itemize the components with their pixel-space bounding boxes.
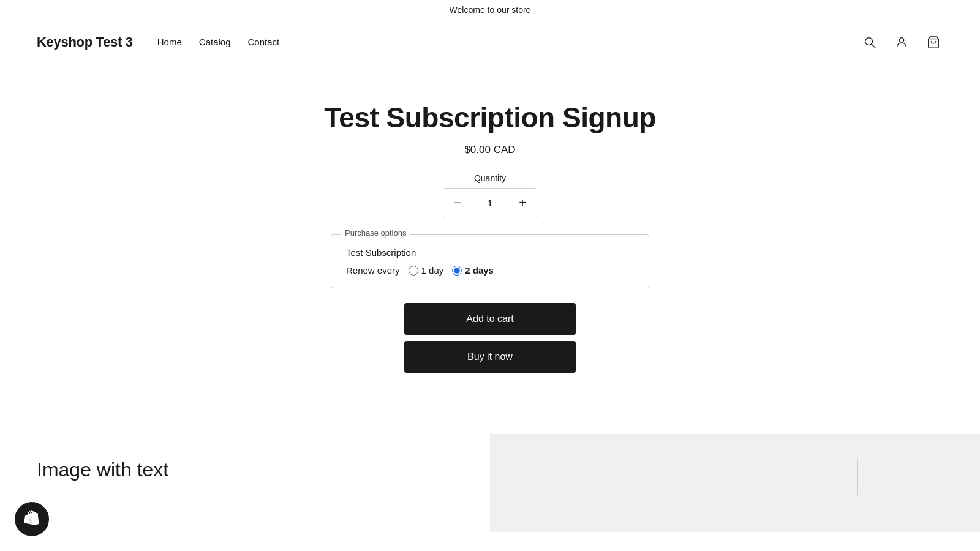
nav-contact[interactable]: Contact — [248, 37, 280, 47]
subscription-name: Test Subscription — [346, 247, 634, 258]
svg-line-1 — [872, 44, 875, 48]
header: Keyshop Test 3 Home Catalog Contact — [0, 20, 980, 64]
renew-option-2days[interactable]: 2 days — [452, 265, 494, 276]
svg-point-2 — [899, 37, 903, 42]
product-title: Test Subscription Signup — [324, 101, 656, 134]
bottom-section: Image with text — [0, 434, 980, 532]
shopify-icon — [23, 510, 41, 528]
bottom-right-panel — [490, 434, 980, 532]
bottom-right-placeholder-box — [858, 459, 943, 495]
product-price: $0.00 CAD — [464, 144, 515, 156]
main-content: Test Subscription Signup $0.00 CAD Quant… — [0, 64, 980, 397]
nav-home[interactable]: Home — [157, 37, 182, 47]
bottom-left-panel: Image with text — [0, 434, 490, 532]
store-name: Keyshop Test 3 — [37, 34, 133, 50]
account-icon[interactable] — [892, 32, 911, 52]
main-nav: Home Catalog Contact — [157, 37, 279, 47]
announcement-bar: Welcome to our store — [0, 0, 980, 20]
shopify-badge[interactable] — [15, 502, 49, 536]
quantity-label: Quantity — [474, 173, 506, 183]
renew-2days-label[interactable]: 2 days — [465, 265, 494, 276]
purchase-options-legend: Purchase options — [341, 228, 410, 238]
quantity-increase-button[interactable]: + — [508, 189, 537, 217]
renew-option-1day[interactable]: 1 day — [409, 265, 444, 276]
action-buttons: Add to cart Buy it now — [404, 303, 576, 373]
image-with-text-title: Image with text — [37, 459, 453, 481]
cart-icon[interactable] — [924, 32, 943, 52]
renew-label: Renew every — [346, 265, 400, 276]
quantity-decrease-button[interactable]: − — [443, 189, 472, 217]
nav-catalog[interactable]: Catalog — [199, 37, 231, 47]
quantity-input[interactable] — [472, 189, 508, 217]
renew-1day-label[interactable]: 1 day — [421, 265, 444, 276]
search-icon[interactable] — [860, 32, 880, 52]
header-left: Keyshop Test 3 Home Catalog Contact — [37, 34, 279, 50]
svg-point-0 — [865, 37, 873, 45]
header-icons — [860, 32, 943, 52]
add-to-cart-button[interactable]: Add to cart — [404, 303, 576, 335]
announcement-text: Welcome to our store — [450, 5, 531, 15]
renew-options: Renew every 1 day 2 days — [346, 265, 634, 276]
purchase-options-box: Purchase options Test Subscription Renew… — [331, 234, 649, 288]
buy-it-now-button[interactable]: Buy it now — [404, 341, 576, 373]
quantity-selector: − + — [443, 188, 537, 217]
